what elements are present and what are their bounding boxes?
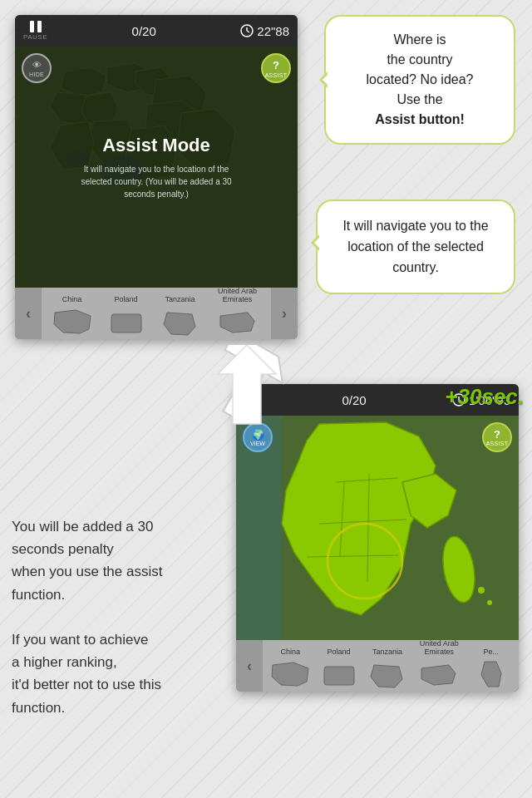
svg-point-31 [487,600,492,605]
hide-label: HIDE [29,71,44,77]
country-name: Poland [328,648,351,657]
assist-button-bottom[interactable]: ? ASSIST [482,422,512,452]
bubble2-text: It will navigate you to the location of … [342,219,488,274]
country-name: Tanzania [372,648,402,657]
assist-mode-desc: It will navigate you to the location of … [73,163,239,200]
africa-map-svg [236,416,519,665]
assist-label-bottom: ASSIST [486,441,509,446]
svg-marker-19 [164,313,195,335]
svg-marker-17 [54,310,91,333]
pause-icon [30,21,42,32]
country-name: United Arab Emirates [213,288,263,304]
svg-marker-41 [371,665,402,687]
list-item[interactable]: Tanzania [366,648,409,690]
list-item[interactable]: United Arab Emirates [414,640,464,690]
svg-marker-39 [272,663,308,686]
country-strip-bottom: ‹ China Poland Tanzania [236,640,519,692]
country-name: Poland [114,296,137,304]
globe-icon: 🌍 [252,429,264,441]
list-item[interactable]: Poland [105,296,148,337]
list-item[interactable]: Tanzania [159,296,202,337]
list-item[interactable]: China [268,648,312,690]
top-score: 0/20 [132,24,156,38]
big-arrow [209,345,284,428]
svg-marker-43 [481,662,501,687]
bottom-game-screenshot: 0/20 1'06"93 [236,384,519,692]
poland-shape [105,306,148,337]
question-icon-bottom: ? [494,428,500,441]
top-toolbar: PAUSE 0/20 22"88 [15,15,298,47]
svg-rect-40 [324,667,354,685]
country-strip-top: ‹ China Poland Tanzania [15,288,298,339]
penalty-badge: +30sec. [445,384,524,410]
strip-items: China Poland Tanzania United Arab Emirat… [42,288,271,339]
clock-icon [240,24,254,37]
list-item[interactable]: Poland [318,648,361,690]
country-name: United Arab Emirates [414,640,464,657]
svg-rect-18 [111,314,141,332]
question-icon: ? [273,59,279,71]
assist-label: ASSIST [265,72,288,78]
top-timer: 22"88 [240,24,289,38]
bottom-map: 🌍 VIEW ? ASSIST [236,416,519,665]
assist-mode-overlay: Assist Mode It will navigate you to the … [15,47,298,288]
assist-button-label: Assist button! [375,112,465,126]
pause-button[interactable]: PAUSE [23,21,47,41]
svg-marker-20 [220,313,254,332]
hide-button[interactable]: 👁 HIDE [22,53,52,83]
list-item[interactable]: China [51,296,94,337]
strip-items-bottom: China Poland Tanzania United Arab Emirat… [263,640,519,692]
speech-bubble-2: It will navigate you to the location of … [316,200,515,294]
top-map: Assist Mode It will navigate you to the … [15,47,298,288]
pause-label: PAUSE [23,33,47,41]
assist-mode-title: Assist Mode [102,135,210,156]
view-label: VIEW [250,441,265,446]
speech-bubble-1: Where is the country located? No idea? U… [324,15,515,145]
svg-marker-42 [421,665,456,685]
country-name: China [62,296,82,304]
list-item[interactable]: Pe... [470,648,513,690]
top-game-screenshot: PAUSE 0/20 22"88 [15,15,298,339]
tanzania-shape [159,306,202,337]
bubble1-text: Where is the country located? No idea? U… [367,32,474,126]
country-name: Pe... [483,648,499,657]
list-item[interactable]: United Arab Emirates [213,288,263,337]
instruction-line-2: If you want to achieve a higher ranking,… [12,628,229,719]
eye-icon: 👁 [32,60,42,70]
bottom-score: 0/20 [342,393,366,407]
uae-shape [216,306,259,337]
svg-rect-37 [236,416,282,665]
country-name: Tanzania [165,296,195,304]
country-name: China [280,648,300,657]
svg-line-2 [247,31,249,32]
assist-button-top[interactable]: ? ASSIST [261,53,291,83]
strip-next[interactable]: › [271,288,298,339]
svg-point-30 [478,587,485,594]
strip-prev-bottom[interactable]: ‹ [236,640,263,692]
strip-prev[interactable]: ‹ [15,288,42,339]
instruction-text: You will be added a 30 seconds penalty w… [12,515,229,719]
instruction-line-1: You will be added a 30 seconds penalty w… [12,515,229,606]
china-shape [51,306,94,337]
